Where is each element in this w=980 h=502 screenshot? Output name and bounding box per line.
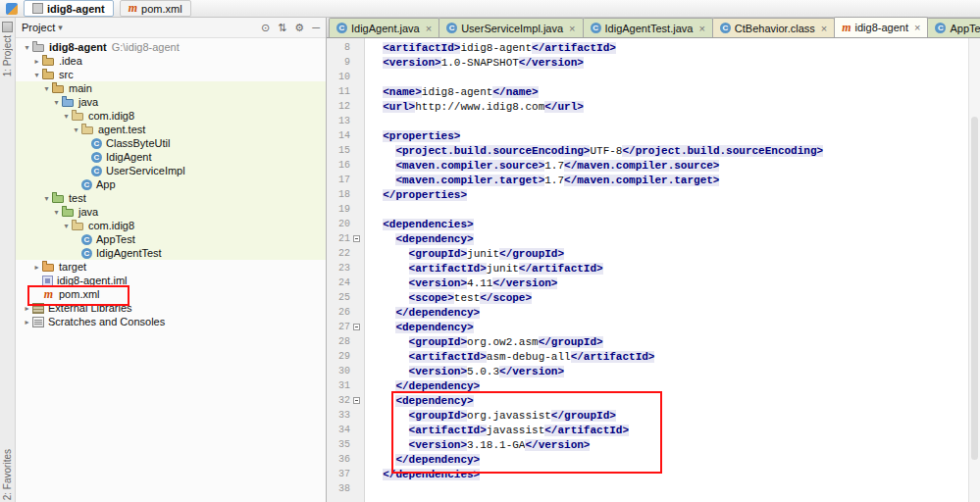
tree-item-test[interactable]: ▾ test <box>16 191 326 205</box>
tree-item-apptest[interactable]: C AppTest <box>16 232 326 246</box>
editor-tab-apptest.java[interactable]: C AppTest.java × <box>927 18 980 37</box>
tree-arrow-icon[interactable]: ▾ <box>61 112 72 121</box>
code-line[interactable]: 25 <scope>test</scope> <box>327 290 969 305</box>
hide-icon[interactable]: ─ <box>312 22 320 34</box>
chevron-down-icon[interactable]: ▾ <box>58 23 63 32</box>
editor-tab-idigagenttest.java[interactable]: C IdigAgentTest.java × <box>583 18 713 37</box>
code-line[interactable]: 16 <maven.compiler.source>1.7</maven.com… <box>327 158 969 173</box>
code-line[interactable]: 30 <version>5.0.3</version> <box>327 364 969 378</box>
fold-marker-icon[interactable] <box>350 84 364 99</box>
fold-marker-icon[interactable] <box>350 452 364 467</box>
fold-marker-icon[interactable] <box>350 202 364 217</box>
tree-arrow-icon[interactable]: ▾ <box>71 126 81 134</box>
tree-item-scratches-and-consoles[interactable]: ▸ Scratches and Consoles <box>16 315 326 328</box>
code-line[interactable]: 9 <version>1.0-SNAPSHOT</version> <box>327 55 969 70</box>
tree-item-pom.xml[interactable]: m pom.xml <box>16 287 326 301</box>
tree-arrow-icon[interactable]: ▸ <box>31 57 42 66</box>
fold-marker-icon[interactable] <box>350 305 364 320</box>
code-line[interactable]: 32 <dependency> <box>327 393 969 408</box>
collapse-all-icon[interactable]: ⇅ <box>278 22 286 34</box>
tree-arrow-icon[interactable]: ▾ <box>41 194 52 203</box>
code-line[interactable]: 37 </dependencies> <box>327 467 969 481</box>
fold-marker-icon[interactable] <box>350 393 364 408</box>
editor-tab-ctbehavior.class[interactable]: C CtBehavior.class × <box>712 18 835 37</box>
fold-marker-icon[interactable] <box>350 408 364 423</box>
code-line[interactable]: 35 <version>3.18.1-GA</version> <box>327 437 969 452</box>
tree-item-userserviceimpl[interactable]: C UserServiceImpl <box>16 164 326 177</box>
code-line[interactable]: 26 </dependency> <box>327 305 969 320</box>
tree-item-app[interactable]: C App <box>16 177 326 191</box>
code-line[interactable]: 19 <box>327 202 969 217</box>
code-line[interactable]: 17 <maven.compiler.target>1.7</maven.com… <box>327 173 969 187</box>
tree-item-idigagenttest[interactable]: C IdigAgentTest <box>16 246 326 260</box>
tree-item-idig8-agent.iml[interactable]: idig8-agent.iml <box>16 274 326 287</box>
editor-body[interactable]: 8 <artifactId>idig8-agent</artifactId> 9… <box>327 38 980 502</box>
tree-item-main[interactable]: ▾ main <box>16 81 326 95</box>
fold-marker-icon[interactable] <box>350 217 364 231</box>
code-line[interactable]: 15 <project.build.sourceEncoding>UTF-8</… <box>327 143 969 158</box>
tree-arrow-icon[interactable]: ▾ <box>51 98 62 107</box>
tree-arrow-icon[interactable]: ▸ <box>22 318 32 326</box>
tool-button-project[interactable]: 1: Project <box>0 22 15 76</box>
scrollbar-thumb[interactable] <box>971 117 978 460</box>
tree-arrow-icon[interactable]: ▾ <box>41 84 52 93</box>
tree-item-agent.test[interactable]: ▾ agent.test <box>16 123 326 136</box>
tab-close-icon[interactable]: × <box>569 23 575 34</box>
tree-item-target[interactable]: ▸ target <box>16 260 326 274</box>
code-line[interactable]: 14 <properties> <box>327 128 969 143</box>
fold-marker-icon[interactable] <box>350 143 364 158</box>
tree-item-idig8-agent[interactable]: ▾ idig8-agent G:\idig8-agent <box>16 40 326 54</box>
tab-close-icon[interactable]: × <box>821 23 827 34</box>
code-line[interactable]: 8 <artifactId>idig8-agent</artifactId> <box>327 40 969 55</box>
code-line[interactable]: 22 <groupId>junit</groupId> <box>327 246 969 261</box>
code-line[interactable]: 18 </properties> <box>327 187 969 202</box>
fold-marker-icon[interactable] <box>350 173 364 187</box>
fold-marker-icon[interactable] <box>350 40 364 55</box>
fold-marker-icon[interactable] <box>350 467 364 481</box>
tree-item-com.idig8[interactable]: ▾ com.idig8 <box>16 219 326 232</box>
tree-item-idigagent[interactable]: C IdigAgent <box>16 150 326 164</box>
fold-marker-icon[interactable] <box>350 70 364 84</box>
tree-item-java[interactable]: ▾ java <box>16 95 326 109</box>
fold-marker-icon[interactable] <box>350 231 364 246</box>
editor-scrollbar[interactable] <box>968 38 980 502</box>
fold-marker-icon[interactable] <box>350 290 364 305</box>
tab-close-icon[interactable]: × <box>698 23 704 34</box>
tree-item-.idea[interactable]: ▸ .idea <box>16 54 326 68</box>
code-line[interactable]: 21 <dependency> <box>327 231 969 246</box>
fold-marker-icon[interactable] <box>350 481 364 496</box>
code-line[interactable]: 34 <artifactId>javassist</artifactId> <box>327 423 969 437</box>
tab-close-icon[interactable]: × <box>426 23 432 34</box>
locate-icon[interactable]: ⊙ <box>261 22 270 34</box>
editor-tab-idig8-agent[interactable]: m idig8-agent × <box>834 17 928 37</box>
code-line[interactable]: 31 </dependency> <box>327 378 969 393</box>
code-line[interactable]: 23 <artifactId>junit</artifactId> <box>327 261 969 276</box>
code-line[interactable]: 27 <dependency> <box>327 320 969 334</box>
code-line[interactable]: 28 <groupId>org.ow2.asm</groupId> <box>327 334 969 349</box>
code-line[interactable]: 10 <box>327 70 969 84</box>
fold-marker-icon[interactable] <box>350 261 364 276</box>
code-line[interactable]: 33 <groupId>org.javassist</groupId> <box>327 408 969 423</box>
window-project-tab[interactable]: idig8-agent <box>24 0 114 17</box>
tree-arrow-icon[interactable]: ▾ <box>22 43 32 52</box>
tree-item-src[interactable]: ▾ src <box>16 68 326 81</box>
code-line[interactable]: 29 <artifactId>asm-debug-all</artifactId… <box>327 349 969 364</box>
tree-arrow-icon[interactable]: ▸ <box>31 263 42 272</box>
code-line[interactable]: 13 <box>327 114 969 128</box>
code-line[interactable]: 38 <box>327 481 969 496</box>
tree-arrow-icon[interactable]: ▸ <box>22 304 32 313</box>
fold-marker-icon[interactable] <box>350 55 364 70</box>
fold-marker-icon[interactable] <box>350 246 364 261</box>
code-line[interactable]: 12 <url>http://www.idig8.com</url> <box>327 99 969 114</box>
tree-arrow-icon[interactable]: ▾ <box>61 222 72 230</box>
tree-arrow-icon[interactable]: ▾ <box>31 71 42 79</box>
code-line[interactable]: 20 <dependencies> <box>327 217 969 231</box>
fold-marker-icon[interactable] <box>350 276 364 290</box>
panel-title[interactable]: Project <box>22 22 55 33</box>
editor-tab-idigagent.java[interactable]: C IdigAgent.java × <box>329 18 439 37</box>
code-line[interactable]: 24 <version>4.11</version> <box>327 276 969 290</box>
fold-marker-icon[interactable] <box>350 378 364 393</box>
fold-marker-icon[interactable] <box>350 187 364 202</box>
settings-icon[interactable]: ⚙ <box>294 22 304 34</box>
fold-marker-icon[interactable] <box>350 99 364 114</box>
